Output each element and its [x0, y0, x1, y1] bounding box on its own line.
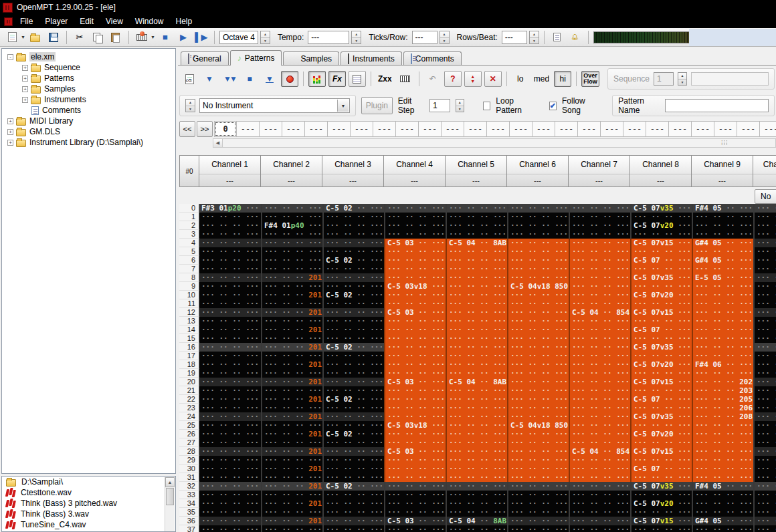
pattern-cell[interactable]: ··· ·· ·· ···: [569, 239, 630, 247]
pattern-cell[interactable]: ··· ·· ·· ···: [199, 247, 261, 256]
tab-instruments[interactable]: Instruments: [341, 51, 402, 65]
pattern-cell[interactable]: ··· ·· ·· ···: [384, 369, 446, 378]
pattern-cell[interactable]: ··· ·· ·· ···: [630, 282, 692, 291]
pattern-cell[interactable]: ··· ·· ·· ···: [199, 334, 261, 343]
pattern-cell[interactable]: ··· ·· ·· ···: [384, 430, 446, 438]
order-cell[interactable]: ---: [623, 121, 646, 137]
pattern-cell[interactable]: ··· ·· ·· ···: [446, 325, 507, 334]
pattern-cell[interactable]: ··· ·· ·· ···: [384, 299, 446, 308]
pattern-cell[interactable]: ··· ·· ·· 201: [261, 517, 322, 525]
pattern-cell[interactable]: ··· ·· ·· ···: [630, 421, 692, 430]
menu-view[interactable]: View: [100, 15, 129, 27]
pattern-properties-button[interactable]: ?: [444, 71, 462, 87]
pattern-cell[interactable]: ··· ·· ·· ···: [446, 482, 507, 491]
menu-window[interactable]: Window: [129, 15, 170, 27]
pattern-cell[interactable]: C-5 02 ·· ···: [322, 256, 384, 265]
pattern-cell[interactable]: ··· ·· ·· ···: [507, 412, 569, 421]
combo-dropdown-icon[interactable]: ▼: [337, 100, 349, 112]
pattern-cell[interactable]: ··· ·· ·· ···: [384, 334, 446, 343]
pattern-cell[interactable]: ··· ·· ·· ···: [630, 525, 692, 532]
pattern-cell[interactable]: ··· ·· ·· ···: [569, 456, 630, 464]
pattern-cell[interactable]: ··· ·· ·· ···: [199, 343, 261, 352]
tree-expander-icon[interactable]: +: [7, 140, 13, 146]
pattern-cell[interactable]: ··· ·· ·· ···: [753, 213, 776, 221]
pattern-cell[interactable]: ··· ·· ·· ···: [446, 386, 507, 395]
pattern-cell[interactable]: ··· ·· ·· ···: [199, 273, 261, 282]
pattern-cell[interactable]: ··· ·· ·· ···: [753, 265, 776, 273]
pattern-cell[interactable]: ··· ·· ·· ···: [692, 464, 753, 473]
pattern-cell[interactable]: ··· ·· ·· ···: [322, 447, 384, 456]
copy-button[interactable]: [90, 30, 106, 45]
pattern-cell[interactable]: ··· ·· ·· ···: [199, 508, 261, 517]
pattern-cell[interactable]: ··· ·· ·· 205: [692, 395, 753, 404]
pattern-cell[interactable]: ··· ·· ·· ···: [753, 273, 776, 282]
pattern-cell[interactable]: ··· ·· ·· ···: [507, 499, 569, 508]
pattern-cell[interactable]: ··· ·· ·· ···: [753, 256, 776, 265]
pattern-cell[interactable]: ··· ·· ·· ···: [507, 395, 569, 404]
pattern-cell[interactable]: ··· ·· ·· ···: [446, 273, 507, 282]
pattern-cell[interactable]: ··· ·· ·· ···: [569, 334, 630, 343]
pattern-cell[interactable]: ··· ·· ·· ···: [199, 517, 261, 525]
pattern-cell[interactable]: ··· ·· ·· ···: [507, 221, 569, 230]
pattern-cell[interactable]: ··· ·· ·· ···: [322, 282, 384, 291]
pattern-cell[interactable]: ··· ·· ·· ···: [753, 482, 776, 491]
pattern-cell[interactable]: ··· ·· ·· ···: [384, 213, 446, 221]
pattern-cell[interactable]: ··· ·· ·· ···: [753, 360, 776, 369]
pattern-cell[interactable]: ··· ·· ·· ···: [753, 221, 776, 230]
pattern-cell[interactable]: ··· ·· ·· 202: [692, 378, 753, 386]
pattern-cell[interactable]: C-5 03 ·· ···: [384, 447, 446, 456]
pattern-cell[interactable]: ··· ·· ·· ···: [753, 525, 776, 532]
pattern-cell[interactable]: ··· ·· ·· ···: [692, 525, 753, 532]
pattern-cell[interactable]: ··· ·· ·· ···: [507, 265, 569, 273]
order-cell[interactable]: ---: [487, 121, 510, 137]
pattern-cell[interactable]: F#4 06 ·· ···: [692, 360, 753, 369]
pattern-cell[interactable]: ··· ·· ·· ···: [569, 204, 630, 213]
detail-med-button[interactable]: med: [532, 71, 551, 87]
new-pattern-button[interactable]: c-5: [181, 71, 198, 87]
pattern-cell[interactable]: ··· ·· ·· ···: [753, 517, 776, 525]
pattern-cell[interactable]: ··· ·· ·· 206: [692, 404, 753, 412]
tree-expander-icon[interactable]: +: [22, 65, 28, 71]
pattern-cell[interactable]: ··· ·· ·· ···: [261, 282, 322, 291]
mute-toggle-button[interactable]: 🕭: [567, 30, 583, 45]
pattern-cell[interactable]: ··· ·· ·· ···: [569, 517, 630, 525]
pattern-cell[interactable]: ··· ·· ·· ···: [692, 213, 753, 221]
pattern-cell[interactable]: ··· ·· ·· ···: [753, 421, 776, 430]
channel-header-4[interactable]: Channel 4---: [384, 155, 446, 187]
pattern-cell[interactable]: ··· ·· ·· ···: [630, 265, 692, 273]
pattern-cell[interactable]: ··· ·· ·· ···: [199, 221, 261, 230]
pattern-cell[interactable]: ··· ·· ·· ···: [322, 456, 384, 464]
pattern-cell[interactable]: ··· ·· ·· ···: [446, 291, 507, 299]
pattern-cell[interactable]: ··· ·· ·· ···: [753, 239, 776, 247]
pattern-cell[interactable]: C-5 04 ·· 8AB: [446, 239, 507, 247]
pattern-cell[interactable]: ··· ·· ·· ···: [261, 508, 322, 517]
tree-item-gm-dls[interactable]: +GM.DLS: [2, 126, 175, 137]
pattern-cell[interactable]: ··· ·· ·· ···: [569, 491, 630, 499]
pattern-cell[interactable]: ··· ·· ·· 201: [261, 273, 322, 282]
tree-item-patterns[interactable]: +Patterns: [2, 73, 175, 84]
pattern-cell[interactable]: F#3 01p20 ···: [199, 204, 261, 213]
instrument-select[interactable]: No Instrument ▼: [199, 98, 350, 113]
pattern-cell[interactable]: ··· ·· ·· ···: [630, 491, 692, 499]
pattern-cell[interactable]: ··· ·· ·· ···: [753, 395, 776, 404]
pattern-cell[interactable]: C-5 07v15 ···: [630, 239, 692, 247]
pattern-cell[interactable]: ··· ·· ·· ···: [322, 239, 384, 247]
detail-lo-button[interactable]: lo: [512, 71, 529, 87]
pattern-cell[interactable]: ··· ·· ·· 201: [261, 430, 322, 438]
pattern-cell[interactable]: ··· ·· ·· ···: [384, 325, 446, 334]
pattern-cell[interactable]: ··· ·· ·· ···: [507, 525, 569, 532]
pattern-cell[interactable]: C-5 04 ·· 854: [569, 447, 630, 456]
pattern-cell[interactable]: ··· ·· ·· ···: [199, 421, 261, 430]
pattern-cell[interactable]: ··· ·· ·· 201: [261, 464, 322, 473]
pattern-cell[interactable]: ··· ·· ·· ···: [569, 265, 630, 273]
pattern-cell[interactable]: ··· ·· ·· ···: [322, 386, 384, 395]
pattern-cell[interactable]: ··· ·· ·· ···: [569, 221, 630, 230]
pattern-cell[interactable]: ··· ·· ·· ···: [753, 447, 776, 456]
tree-expander-icon[interactable]: +: [7, 118, 13, 124]
pattern-cell[interactable]: ··· ·· ·· ···: [261, 386, 322, 395]
pattern-cell[interactable]: ··· ·· ·· ···: [569, 256, 630, 265]
channel-header-8[interactable]: Channel 8---: [630, 155, 692, 187]
pattern-cell[interactable]: ··· ·· ·· ···: [384, 456, 446, 464]
pattern-cell[interactable]: ··· ·· ·· 201: [261, 447, 322, 456]
plugin-button[interactable]: Plugin: [361, 97, 393, 114]
